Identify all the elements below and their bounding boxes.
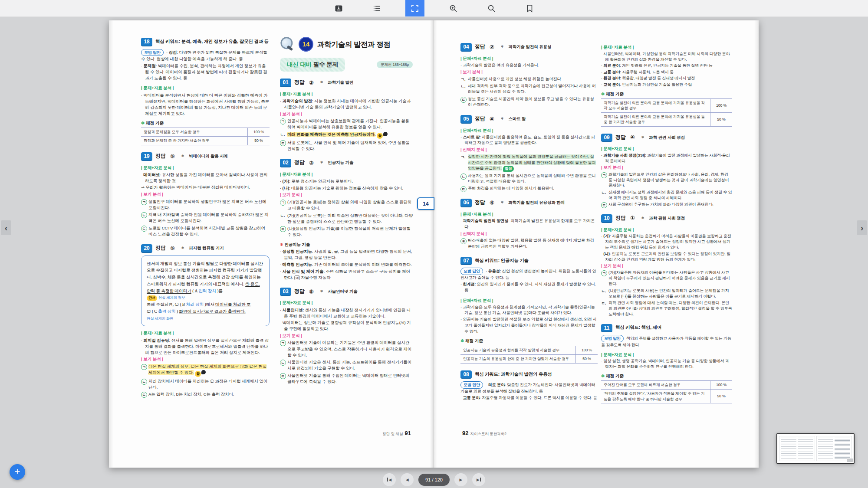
analysis-paragraph: · 예측형 인공지능: 기존 데이터의 추이를 분석하여 미래 변화를 예측한다… bbox=[280, 262, 413, 268]
analysis-paragraph: · (가): 로봇 청소기는 인공지능 로봇이다. bbox=[280, 178, 413, 184]
analysis-paragraph: · 사물 인식 및 제어 기술: 주변 상황을 인식하고 스스로 구동·정지를 … bbox=[280, 269, 413, 281]
correct-option-marker: ㄷ bbox=[141, 226, 147, 232]
question-topic: 인공지능 기술 bbox=[328, 160, 353, 166]
percent-cell: 50 % bbox=[710, 112, 733, 126]
answer-word: 정답 bbox=[294, 79, 305, 86]
option-marker: ㄷ. bbox=[601, 301, 606, 306]
pdf-viewer: { "toolbar":{"icons":[ {"name":"download… bbox=[0, 0, 868, 488]
grading-table: 과학기술 발전이 의료 분야와 교통 분야에 가져올 유용성을 각각 모두 서술… bbox=[601, 98, 732, 127]
topic-asterisk: ✱ bbox=[320, 80, 323, 85]
passage-box: 센서의 개발과 정보 통신 기술의 발달로 다양한 데이터를 실시간으로 수집하… bbox=[141, 255, 270, 327]
honey-tip-bee-icon bbox=[383, 132, 388, 136]
download-button[interactable] bbox=[329, 0, 348, 16]
option-marker: ㄴ. bbox=[460, 84, 466, 89]
fullscreen-icon bbox=[411, 4, 419, 12]
topic-asterisk: ✱ bbox=[320, 289, 323, 294]
question-number-badge: 07 bbox=[460, 257, 472, 265]
analysis-paragraph: · 사물인터넷: 센서와 통신 기능을 내장한 전자기기가 인터넷에 연결된 다… bbox=[280, 307, 413, 319]
criteria-cell: 장점과 문제점을 모두 서술한 경우 bbox=[141, 128, 248, 137]
option-marker: ㄴ. bbox=[280, 213, 285, 218]
analysis-paragraph: · 임상 실험, 생명 공학기술, 빅데이터, 인공지능 기술 등 다양한 상황… bbox=[601, 358, 732, 370]
bookmark-icon bbox=[526, 4, 533, 13]
question-header: 02정답③✱인공지능 기술 bbox=[280, 159, 413, 167]
option-analysis-label: | 보기 분석 | bbox=[280, 111, 413, 117]
search-button[interactable] bbox=[482, 0, 501, 16]
correct-option-marker: ㄴ bbox=[141, 212, 147, 218]
left-page-column-1: 18핵심 키워드: 분석, 예측, 개인 정보가 유출, 잘못된 결과 등모범 … bbox=[141, 38, 270, 399]
thumbnail-resize-handle[interactable] bbox=[847, 459, 853, 462]
question-topic: 과학기술 발전의 유용성 bbox=[508, 44, 551, 50]
correct-option-marker: ㄷ bbox=[601, 202, 607, 208]
grading-table: 인공지능 기술의 유용성과 한계를 각각 알맞게 서술한 경우100 %인공지능… bbox=[460, 346, 598, 364]
model-answer-paragraph: 모범 답안책임의 주체를 설정하고 사용자가 작동을 제어할 수 있는 기능을 … bbox=[601, 335, 732, 347]
analysis-label: | 문제+자료 분석 | bbox=[460, 128, 598, 134]
page-indicator: 91 / 120 bbox=[418, 474, 450, 486]
question-number-badge: 02 bbox=[280, 159, 291, 167]
next-page-button[interactable]: ▶ bbox=[454, 473, 467, 486]
analysis-paragraph: · 데이터셋: 유사한 성질을 가진 데이터를 모아서 검색이나 사용이 편리하… bbox=[141, 172, 270, 184]
question-header: 01정답③✱과학기술 발전 bbox=[280, 79, 413, 87]
fullscreen-button[interactable] bbox=[405, 0, 424, 16]
left-footer-label: 정답 및 해설 bbox=[382, 432, 403, 436]
answer-option: ㄱ생활인구 데이터를 분석하여 생활인구가 많은 지역은 버스 노선에 포함시킨… bbox=[141, 199, 270, 211]
analysis-label: | 문제+자료 분석 | bbox=[280, 171, 413, 177]
right-footer-label: 자이스토리 통합과학2 bbox=[470, 432, 506, 436]
answer-number: ⑤ bbox=[170, 152, 175, 160]
answer-option: ㄴ지역 내 지하철역 승하차 인원 데이터를 분석하여 승하차가 많은 지역은 … bbox=[141, 212, 270, 224]
question-number-badge: 04 bbox=[460, 43, 472, 52]
question-header: 09정답④✱과학 관련 사회 쟁점 bbox=[601, 134, 732, 142]
answer-number: ③ bbox=[309, 79, 314, 87]
option-marker: ㄴ. bbox=[601, 288, 606, 294]
grading-table-row: 과학기술 발전이 의료 분야와 교통 분야에 가져올 유용성을 각각 모두 서술… bbox=[601, 98, 732, 112]
correct-option-marker: ㄷ bbox=[460, 97, 467, 103]
answer-number: ③ bbox=[309, 159, 314, 167]
model-answer-paragraph: 모범 답안· 유용성: 산업 현장의 생산성이 높아진다. 위험한 노동자들의 … bbox=[460, 268, 598, 281]
analysis-label: | 문제+자료 분석 | bbox=[141, 85, 270, 91]
answer-option: ㄴ처리 장치에서 데이터를 처리하는 ㉡ 과정은 디지털 세계에서 일어난다. bbox=[141, 378, 270, 390]
topic-asterisk: ✱ bbox=[641, 216, 644, 221]
correct-option-marker: ㄱ bbox=[601, 172, 607, 178]
answer-number: ② bbox=[490, 43, 494, 51]
zoom-in-button[interactable] bbox=[444, 0, 463, 16]
analysis-paragraph: · 과학기술은 모두 유용성과 한계점을 가져오지만, 각 과학기술 종류(인공… bbox=[460, 305, 598, 316]
topic-asterisk: ✱ bbox=[501, 116, 504, 121]
correct-option-marker: ㄴ bbox=[141, 379, 147, 385]
question-header: 03정답⑤✱사물인터넷 기술 bbox=[280, 288, 413, 296]
passage-line: 현실 세계의 화면 bbox=[147, 315, 264, 322]
next-page-arrow[interactable]: › bbox=[857, 220, 867, 235]
topic-asterisk: ✱ bbox=[501, 200, 504, 205]
workbook-page-ref: 문제편 186~188p bbox=[377, 61, 413, 69]
bookmark-button[interactable] bbox=[520, 0, 539, 16]
correct-option-marker: ㄷ bbox=[460, 186, 467, 192]
spread-thumbnail[interactable] bbox=[776, 433, 855, 464]
option-analysis-label: | 보기 분석 | bbox=[141, 356, 270, 362]
chapter-tab[interactable]: 14 bbox=[417, 197, 434, 210]
answer-word: 정답 bbox=[615, 134, 626, 141]
option-analysis-label: | 선택지 분석 | bbox=[460, 231, 598, 237]
previous-page-arrow[interactable]: ‹ bbox=[1, 220, 11, 235]
analysis-paragraph: · 생성형 인공지능: 사람의 말, 글, 그림 등을 입력하면 다양한 형식의… bbox=[280, 249, 413, 261]
analysis-paragraph: · 문제점: 빅데이터를 수집, 분석, 관리하는 과정에서 개인 정보가 유출… bbox=[141, 63, 270, 81]
analysis-label: | 문제+자료 분석 | bbox=[460, 298, 598, 304]
table-of-contents-button[interactable] bbox=[367, 0, 386, 16]
right-page-edge bbox=[754, 20, 759, 468]
first-page-button[interactable]: ◀ bbox=[383, 473, 396, 486]
answer-word: 정답 bbox=[615, 214, 626, 222]
grading-table: 주어진 단어를 모두 포함해 바르게 서술한 경우100 %‘책임의 주체를 설… bbox=[601, 380, 732, 403]
question-topic: 과학기술 발전 bbox=[328, 79, 353, 85]
right-page-column-2: | 문제+자료 분석 |· 사물인터넷, 빅데이터, 가상현실 등의 과학기술은… bbox=[601, 40, 732, 405]
keyword-title: 핵심 키워드: 과학기술의 발전의 유용성 bbox=[475, 371, 552, 377]
answer-number: ① bbox=[630, 214, 635, 223]
left-page-column-2: 14과학기술의 발전과 쟁점내신 대비 필수 문제문제편 186~188p01정… bbox=[280, 36, 413, 386]
analysis-paragraph: · (가): 자율주행 자동차는 운전하기 어려운 사람들의 이동권을 보장하고… bbox=[601, 233, 732, 250]
last-page-button[interactable]: ▶ bbox=[472, 473, 485, 486]
model-answer-paragraph: 모범 답안· 의료 분야: 맞춤형 진료가 가능해진다. 사물인터넷과 빅데이터… bbox=[460, 381, 598, 394]
question-number-badge: 05 bbox=[460, 115, 472, 124]
prev-page-button[interactable]: ◀ bbox=[401, 473, 414, 486]
answer-option: ㄱ인공지능과 빅데이터는 상호보완적 관계를 가진다. 인공지능을 활용하여 빅… bbox=[280, 118, 413, 130]
question-topic: 과학 관련 사회 쟁점 bbox=[649, 215, 685, 221]
topic-asterisk: ✱ bbox=[181, 154, 184, 159]
topic-asterisk: ✱ bbox=[641, 135, 644, 140]
add-button[interactable]: + bbox=[10, 464, 25, 480]
model-answer-pill: 모범 답안 bbox=[460, 381, 483, 388]
